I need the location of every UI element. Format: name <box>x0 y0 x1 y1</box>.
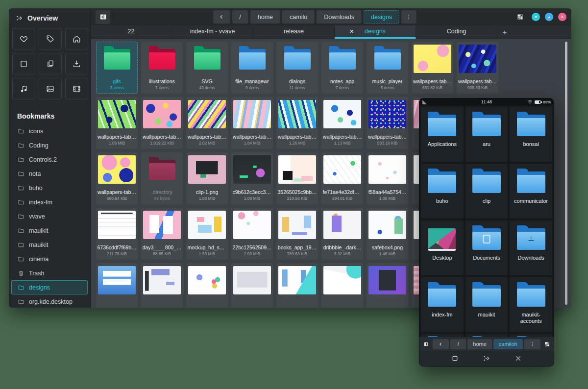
quick-action-video[interactable] <box>65 78 88 99</box>
tab-index-fm-vvave[interactable]: index-fm - vvave <box>172 25 253 39</box>
file-item[interactable]: c9b612c3ecc3c…1.08 MiB <box>231 152 273 204</box>
file-item[interactable]: wallpapers-tab…1.26 MiB <box>276 97 318 149</box>
sidebar-item-mauikit[interactable]: mauikit <box>11 223 88 238</box>
phone-folder-Downloads[interactable]: ↓Downloads <box>510 220 552 275</box>
folder-item[interactable]: dialogs11 items <box>276 42 318 94</box>
breadcrumb-[interactable]: / <box>232 10 248 24</box>
tab-22[interactable]: 22 <box>91 25 172 39</box>
file-item[interactable] <box>96 263 138 308</box>
tab-Coding[interactable]: Coding <box>416 25 497 39</box>
tab-close-icon[interactable]: ✕ <box>349 28 354 35</box>
file-item[interactable] <box>186 263 228 308</box>
file-item[interactable] <box>321 263 363 308</box>
sidebar-item-icons[interactable]: icons <box>11 124 88 138</box>
phone-folder-aru[interactable]: aru <box>466 107 508 162</box>
phone-view-grid-icon[interactable] <box>544 341 550 347</box>
quick-action-copy[interactable] <box>39 53 62 74</box>
sidebar-item-nota[interactable]: nota <box>11 167 88 181</box>
phone-folder-Applications[interactable]: Applications <box>421 107 464 162</box>
file-item[interactable]: 22bc12562509…2.00 MiB <box>231 208 273 260</box>
quick-action-heart[interactable] <box>12 28 35 49</box>
phone-overflow-button[interactable] <box>524 339 540 349</box>
file-item[interactable]: clip-1.png1.88 MiB <box>186 152 228 204</box>
file-item[interactable]: wallpapers-tab…583.16 KiB <box>367 97 408 149</box>
sidebar-item-vvave[interactable]: vvave <box>11 209 88 223</box>
file-item[interactable]: wallpapers-tab…1.13 MiB <box>321 97 363 149</box>
breadcrumb-Downloads[interactable]: Downloads <box>317 10 362 24</box>
sidebar-item-Coding[interactable]: Coding <box>11 138 88 152</box>
file-item[interactable]: fe71ae4e32dfb…294.81 KiB <box>321 152 363 204</box>
file-item[interactable]: wallpapers-tab…2.02 MiB <box>186 97 228 149</box>
phone-nav-windows-button[interactable] <box>451 354 459 363</box>
file-item[interactable] <box>231 263 273 308</box>
file-item[interactable]: wallpapers-tab…1,019.22 KiB <box>141 97 183 149</box>
file-item[interactable]: 6736cddf7f69b…211.78 KiB <box>96 208 138 260</box>
quick-action-frame[interactable] <box>12 53 35 74</box>
file-item[interactable]: safebox4.png1.48 MiB <box>367 208 408 260</box>
file-item[interactable]: wallpapers-tab…660.94 KiB <box>96 152 138 204</box>
file-item[interactable] <box>141 263 183 308</box>
quick-action-tag[interactable] <box>39 28 62 49</box>
breadcrumb-home[interactable]: home <box>250 10 280 24</box>
quick-action-download[interactable] <box>65 53 88 74</box>
sidebar-item-mauikit[interactable]: mauikit <box>11 238 88 252</box>
back-button[interactable] <box>213 10 230 24</box>
scrollbar[interactable] <box>565 42 567 305</box>
folder-item[interactable]: SVG43 items <box>186 42 228 94</box>
phone-breadcrumb-root[interactable]: / <box>450 339 466 349</box>
phone-folder-bonsai[interactable]: bonsai <box>510 107 552 162</box>
phone-nav-close-button[interactable] <box>514 354 522 363</box>
tab-designs[interactable]: ✕designs <box>335 25 416 39</box>
file-item[interactable]: f58aa44a5754…1.08 MiB <box>367 152 408 204</box>
phone-sidebar-toggle-button[interactable] <box>423 341 429 347</box>
folder-item[interactable]: notes_app7 items <box>321 42 363 94</box>
sidebar-item-org.kde.desktop[interactable]: org.kde.desktop <box>11 294 88 308</box>
file-item[interactable] <box>367 263 408 308</box>
phone-back-button[interactable] <box>433 339 449 349</box>
maximize-button[interactable]: ▴ <box>545 13 553 21</box>
breadcrumb-overflow-button[interactable] <box>401 10 416 24</box>
close-button[interactable]: ✕ <box>558 13 566 21</box>
phone-folder-Desktop[interactable]: Desktop <box>421 220 464 275</box>
file-item[interactable] <box>276 263 318 308</box>
phone-breadcrumb-camiloh[interactable]: camiloh <box>493 339 523 349</box>
breadcrumb-camilo[interactable]: camilo <box>282 10 315 24</box>
sidebar-item-designs[interactable]: designs <box>11 280 88 294</box>
file-item[interactable]: mockup_hd_sc…1.53 MiB <box>186 208 228 260</box>
quick-action-home[interactable] <box>65 28 88 49</box>
sidebar-item-cinema[interactable]: cinema <box>11 252 88 266</box>
tab-release[interactable]: release <box>253 25 335 39</box>
folder-item[interactable]: file_managewr9 items <box>231 42 273 94</box>
phone-folder-mauikit[interactable]: mauikit <box>466 277 508 332</box>
folder-item[interactable]: .directory99 bytes <box>141 152 183 204</box>
file-item[interactable]: day3____800_…88.65 KiB <box>141 208 183 260</box>
phone-folder-Documents[interactable]: Documents <box>466 220 508 275</box>
phone-folder-buho[interactable]: buho <box>421 164 464 219</box>
phone-folder-communicator[interactable]: communicator <box>510 164 552 219</box>
phone-breadcrumb-home[interactable]: home <box>467 339 492 349</box>
quick-action-image[interactable] <box>39 78 62 99</box>
sidebar-item-index-fm[interactable]: index-fm <box>11 195 88 209</box>
file-item[interactable]: wallpapers-tab…661.82 KiB <box>412 42 453 94</box>
add-tab-button[interactable]: + <box>497 25 512 39</box>
file-item[interactable]: wallpapers-tab…1.84 MiB <box>231 97 273 149</box>
minimize-button[interactable]: ▾ <box>532 13 540 21</box>
phone-folder-clip[interactable]: clip <box>466 164 508 219</box>
folder-item[interactable]: music_player5 items <box>367 42 408 94</box>
file-item[interactable]: 35265025c9bb…210.56 KiB <box>276 152 318 204</box>
view-grid-icon[interactable] <box>514 11 526 24</box>
folder-item[interactable]: illustrations7 items <box>141 42 183 94</box>
file-item[interactable]: dribbble_-dark…3.32 MiB <box>321 208 363 260</box>
file-item[interactable]: wallpapers-tab…1.09 MiB <box>96 97 138 149</box>
phone-folder-index-fm[interactable]: index-fm <box>421 277 464 332</box>
sidebar-item-Trash[interactable]: Trash <box>11 266 88 280</box>
file-item[interactable]: books_app_19…789.63 KiB <box>276 208 318 260</box>
breadcrumb-designs[interactable]: designs <box>364 10 399 24</box>
quick-action-music[interactable] <box>12 78 35 99</box>
file-item[interactable]: wallpapers-tab…908.33 KiB <box>457 42 498 94</box>
phone-folder-mauikit-accounts[interactable]: mauikit-accounts <box>510 277 552 332</box>
phone-nav-overview-button[interactable] <box>482 354 490 363</box>
sidebar-toggle-button[interactable] <box>96 10 110 24</box>
sidebar-item-Controls.2[interactable]: Controls.2 <box>11 152 88 167</box>
sidebar-item-buho[interactable]: buho <box>11 181 88 195</box>
